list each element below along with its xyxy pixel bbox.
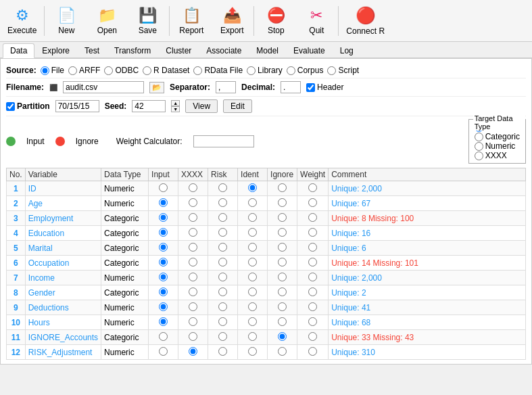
xxxx-radio-7[interactable] — [189, 287, 197, 296]
row-ident-cell[interactable] — [238, 330, 268, 345]
row-ignore-cell[interactable] — [268, 300, 297, 315]
weight-radio-11[interactable] — [308, 347, 317, 356]
risk-radio-10[interactable] — [218, 332, 227, 341]
row-xxxx-cell[interactable] — [178, 256, 208, 271]
source-rdatafile-option[interactable]: RData File — [193, 66, 243, 75]
row-ignore-cell[interactable] — [268, 330, 297, 345]
target-numeric-radio[interactable] — [475, 142, 483, 151]
row-input-cell[interactable] — [149, 285, 178, 300]
row-risk-cell[interactable] — [208, 345, 238, 360]
tab-model[interactable]: Model — [249, 43, 286, 57]
weight-radio-5[interactable] — [308, 258, 317, 266]
row-ident-cell[interactable] — [238, 256, 268, 271]
tab-explore[interactable]: Explore — [34, 43, 77, 57]
ignore-radio-4[interactable] — [278, 243, 287, 252]
row-xxxx-cell[interactable] — [178, 241, 208, 256]
row-xxxx-cell[interactable] — [178, 285, 208, 300]
open-button[interactable]: 📁 Open — [87, 3, 127, 39]
browse-button[interactable]: 📂 — [149, 82, 164, 93]
row-ident-cell[interactable] — [238, 226, 268, 241]
source-library-radio[interactable] — [247, 66, 256, 75]
tab-log[interactable]: Log — [333, 43, 361, 57]
connect-button[interactable]: 🔴 Connect R — [340, 3, 391, 39]
row-input-cell[interactable] — [149, 271, 178, 285]
ignore-radio-3[interactable] — [278, 228, 287, 237]
row-weight-cell[interactable] — [297, 256, 329, 271]
row-risk-cell[interactable] — [208, 300, 238, 315]
input-radio-7[interactable] — [159, 287, 168, 296]
ignore-radio-7[interactable] — [278, 287, 287, 296]
tab-data[interactable]: Data — [3, 43, 34, 58]
input-radio-10[interactable] — [159, 332, 168, 341]
row-ignore-cell[interactable] — [268, 211, 297, 226]
target-categoric-option[interactable]: Categoric — [475, 132, 520, 141]
ident-radio-9[interactable] — [248, 317, 257, 326]
seed-down-button[interactable]: ▼ — [171, 106, 180, 112]
target-categoric-radio[interactable] — [475, 133, 483, 141]
row-xxxx-cell[interactable] — [178, 181, 208, 196]
input-radio-1[interactable] — [159, 198, 168, 207]
risk-radio-6[interactable] — [218, 273, 227, 281]
row-ident-cell[interactable] — [238, 196, 268, 211]
row-input-cell[interactable] — [149, 196, 178, 211]
row-weight-cell[interactable] — [297, 226, 329, 241]
header-label[interactable]: Header — [306, 83, 343, 92]
source-rdataset-radio[interactable] — [143, 66, 151, 75]
risk-radio-0[interactable] — [218, 183, 227, 192]
ignore-radio-0[interactable] — [278, 183, 287, 192]
xxxx-radio-6[interactable] — [189, 273, 197, 281]
row-input-cell[interactable] — [149, 345, 178, 360]
row-risk-cell[interactable] — [208, 196, 238, 211]
row-input-cell[interactable] — [149, 241, 178, 256]
ident-radio-8[interactable] — [248, 302, 257, 311]
input-radio-2[interactable] — [159, 213, 168, 222]
row-risk-cell[interactable] — [208, 226, 238, 241]
row-weight-cell[interactable] — [297, 181, 329, 196]
row-input-cell[interactable] — [149, 300, 178, 315]
risk-radio-8[interactable] — [218, 302, 227, 311]
risk-radio-5[interactable] — [218, 258, 227, 266]
row-input-cell[interactable] — [149, 211, 178, 226]
edit-button[interactable]: Edit — [223, 99, 252, 113]
ignore-radio-6[interactable] — [278, 273, 287, 281]
row-weight-cell[interactable] — [297, 196, 329, 211]
xxxx-radio-0[interactable] — [189, 183, 197, 192]
source-script-radio[interactable] — [327, 66, 336, 75]
row-ident-cell[interactable] — [238, 271, 268, 285]
weight-radio-8[interactable] — [308, 302, 317, 311]
seed-spinner[interactable]: ▲ ▼ — [171, 100, 180, 112]
weight-radio-4[interactable] — [308, 243, 317, 252]
row-risk-cell[interactable] — [208, 241, 238, 256]
row-weight-cell[interactable] — [297, 271, 329, 285]
ident-radio-11[interactable] — [248, 347, 257, 356]
row-risk-cell[interactable] — [208, 181, 238, 196]
separator-input[interactable] — [216, 81, 236, 93]
row-risk-cell[interactable] — [208, 330, 238, 345]
row-risk-cell[interactable] — [208, 211, 238, 226]
ident-radio-2[interactable] — [248, 213, 257, 222]
row-input-cell[interactable] — [149, 315, 178, 330]
xxxx-radio-5[interactable] — [189, 258, 197, 266]
row-risk-cell[interactable] — [208, 271, 238, 285]
row-weight-cell[interactable] — [297, 300, 329, 315]
source-file-option[interactable]: File — [41, 66, 64, 75]
input-radio-5[interactable] — [159, 258, 168, 266]
row-input-cell[interactable] — [149, 330, 178, 345]
source-odbc-radio[interactable] — [104, 66, 113, 75]
weight-calculator-input[interactable] — [193, 135, 254, 147]
source-library-option[interactable]: Library — [247, 66, 283, 75]
ident-radio-1[interactable] — [248, 198, 257, 207]
row-ident-cell[interactable] — [238, 211, 268, 226]
tab-transform[interactable]: Transform — [107, 43, 158, 57]
input-radio-6[interactable] — [159, 273, 168, 281]
input-radio-4[interactable] — [159, 243, 168, 252]
risk-radio-3[interactable] — [218, 228, 227, 237]
tab-test[interactable]: Test — [77, 43, 107, 57]
input-radio-0[interactable] — [159, 183, 168, 192]
row-weight-cell[interactable] — [297, 241, 329, 256]
ignore-radio-2[interactable] — [278, 213, 287, 222]
xxxx-radio-2[interactable] — [189, 213, 197, 222]
ident-radio-6[interactable] — [248, 273, 257, 281]
execute-button[interactable]: ⚙ Execute — [1, 3, 43, 39]
row-weight-cell[interactable] — [297, 211, 329, 226]
